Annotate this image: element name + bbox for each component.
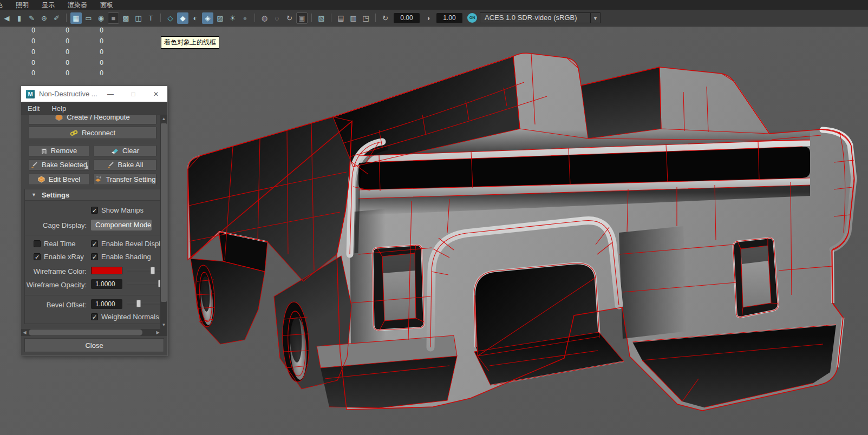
toolbar-separator <box>375 14 376 22</box>
exposure-field[interactable]: 0.00 <box>394 13 420 23</box>
wireframe-color-slider[interactable] <box>127 266 160 275</box>
bevel-offset-slider[interactable] <box>127 299 160 308</box>
bevel-offset-field[interactable]: 1.0000 <box>91 299 122 309</box>
hud-value: 0 <box>69 37 103 45</box>
view-transform-select[interactable]: ACES 1.0 SDR-video (sRGB) <box>480 12 591 23</box>
scroll-left-icon[interactable]: ◀ <box>21 329 28 336</box>
checker-icon[interactable]: ▨ <box>214 12 226 24</box>
exposure-icon[interactable]: ↻ <box>380 12 391 24</box>
vertical-scrollbar[interactable]: ▲ ▼ <box>160 115 167 336</box>
cage-display-label: Cage Display: <box>25 221 87 229</box>
cage-display-dropdown[interactable]: Component Mode <box>91 220 152 230</box>
enable-shading-label: Enable Shading <box>101 253 151 261</box>
tooltip-wireframe-on-shaded: 着色对象上的线框 <box>161 36 219 49</box>
ao-icon[interactable]: ◍ <box>259 12 270 24</box>
settings-header[interactable]: ▼ Settings <box>25 189 160 201</box>
menu-show[interactable]: 显示 <box>42 1 55 10</box>
bake-all-button[interactable]: Bake All <box>94 159 156 170</box>
view-transform-arrow-icon[interactable]: ▼ <box>591 12 601 23</box>
eraser-icon <box>111 148 119 154</box>
dialog-titlebar[interactable]: M Non-Destructive ... — □ ✕ <box>21 86 167 102</box>
wireframe-on-shaded-icon[interactable]: ◈ <box>202 12 213 24</box>
isolate-select-icon[interactable]: ▣ <box>296 12 308 24</box>
xray-joints-icon[interactable]: ▥ <box>348 12 359 24</box>
grid-icon[interactable]: ▦ <box>70 12 82 24</box>
wireframe-icon[interactable]: ◇ <box>165 12 176 24</box>
shadows-icon[interactable]: ● <box>239 12 251 24</box>
horizontal-scrollbar[interactable]: ◀ ▶ <box>21 329 161 336</box>
xray-active-icon[interactable]: ◳ <box>360 12 371 24</box>
gate-mask-icon[interactable]: ■ <box>108 12 119 24</box>
checkbox-icon[interactable]: ✓ <box>91 313 98 320</box>
safe-action-icon[interactable]: ◫ <box>133 12 144 24</box>
bookmark-icon[interactable]: ▮ <box>14 12 25 24</box>
menu-renderer[interactable]: 渲染器 <box>68 1 87 10</box>
create-recompute-button[interactable]: Create / Recompute <box>29 115 156 124</box>
weighted-normals-checkbox[interactable]: ✓ Weighted Normals <box>91 313 159 321</box>
textured-icon[interactable]: ◐ <box>190 12 201 24</box>
checkbox-icon[interactable]: ✓ <box>91 253 98 260</box>
remove-button[interactable]: Remove <box>29 145 89 156</box>
prev-bookmark-icon[interactable]: ◀ <box>1 12 12 24</box>
resolution-gate-icon[interactable]: ◉ <box>95 12 107 24</box>
transfer-icon <box>94 176 102 183</box>
scroll-down-icon[interactable]: ▼ <box>160 321 167 328</box>
hud-value: 0 <box>35 37 69 45</box>
xray-icon[interactable]: ▤ <box>335 12 347 24</box>
hscroll-thumb[interactable] <box>29 329 142 335</box>
maximize-button[interactable]: □ <box>122 90 145 98</box>
dialog-menu-edit[interactable]: Edit <box>28 104 40 113</box>
minimize-button[interactable]: — <box>99 90 122 98</box>
menu-shading[interactable]: 色 <box>0 1 3 10</box>
bake-selected-button[interactable]: Bake Selected <box>29 159 89 170</box>
gamma-field[interactable]: 1.00 <box>436 13 462 23</box>
wireframe-opacity-field[interactable]: 1.0000 <box>91 279 122 289</box>
toolbar-separator <box>254 14 255 22</box>
show-manips-checkbox[interactable]: ✓ Show Manips <box>91 206 143 214</box>
color-management-on-toggle[interactable]: ON <box>467 13 477 23</box>
contrast-icon[interactable]: ◑ <box>422 12 434 24</box>
checkbox-icon[interactable]: ✓ <box>91 240 98 247</box>
image-plane-icon[interactable]: ✎ <box>26 12 37 24</box>
lights-icon[interactable]: ☀ <box>227 12 238 24</box>
pan-zoom-icon[interactable]: ⊕ <box>38 12 50 24</box>
bevel-offset-label: Bevel Offset: <box>25 301 87 309</box>
enable-xray-checkbox[interactable]: ✓ Enable xRay <box>34 253 84 261</box>
transfer-setting-button[interactable]: Transfer Setting <box>94 174 156 185</box>
safe-title-icon[interactable]: T <box>145 12 156 24</box>
grease-pencil-icon[interactable]: ✐ <box>51 12 62 24</box>
wireframe-color-swatch[interactable] <box>91 267 122 274</box>
menu-panels[interactable]: 面板 <box>100 1 113 10</box>
film-gate-icon[interactable]: ▭ <box>83 12 94 24</box>
close-button[interactable]: Close <box>24 338 164 352</box>
scroll-right-icon[interactable]: ▶ <box>154 329 161 336</box>
enable-bevel-display-checkbox[interactable]: ✓ Enable Bevel Display <box>91 240 161 248</box>
wireframe-opacity-slider[interactable] <box>127 279 160 288</box>
reconnect-button[interactable]: Reconnect <box>29 127 156 139</box>
enable-shading-checkbox[interactable]: ✓ Enable Shading <box>91 253 151 261</box>
selection-highlight-icon[interactable]: ▧ <box>316 12 327 24</box>
real-time-checkbox[interactable]: Real Time <box>34 240 76 248</box>
dialog-menu-help[interactable]: Help <box>51 104 66 113</box>
slider-thumb[interactable] <box>151 267 155 274</box>
slider-track <box>127 303 160 304</box>
clear-button[interactable]: Clear <box>94 145 156 156</box>
vscroll-thumb[interactable] <box>161 123 167 302</box>
edit-bevel-button[interactable]: Edit Bevel <box>29 174 89 185</box>
field-chart-icon[interactable]: ▩ <box>120 12 132 24</box>
checkbox-icon[interactable]: ✓ <box>91 207 98 214</box>
chain-link-icon <box>70 130 78 136</box>
shaded-icon[interactable]: ◆ <box>177 12 188 24</box>
slider-thumb[interactable] <box>136 300 141 307</box>
bake-brush-icon <box>31 162 38 168</box>
motion-blur-icon[interactable]: ◌ <box>271 12 283 24</box>
scroll-up-icon[interactable]: ▲ <box>160 115 167 122</box>
menu-lighting[interactable]: 照明 <box>16 1 29 10</box>
checkbox-icon[interactable]: ✓ <box>34 253 41 260</box>
settings-section: ▼ Settings ✓ Show Manips Cage Display: C… <box>24 189 161 324</box>
wireframe-opacity-label: Wireframe Opacity: <box>25 281 87 289</box>
close-window-button[interactable]: ✕ <box>145 90 167 98</box>
camera-icon[interactable]: ↻ <box>284 12 295 24</box>
hud-value: 0 <box>1 37 35 45</box>
checkbox-icon[interactable] <box>34 240 41 247</box>
